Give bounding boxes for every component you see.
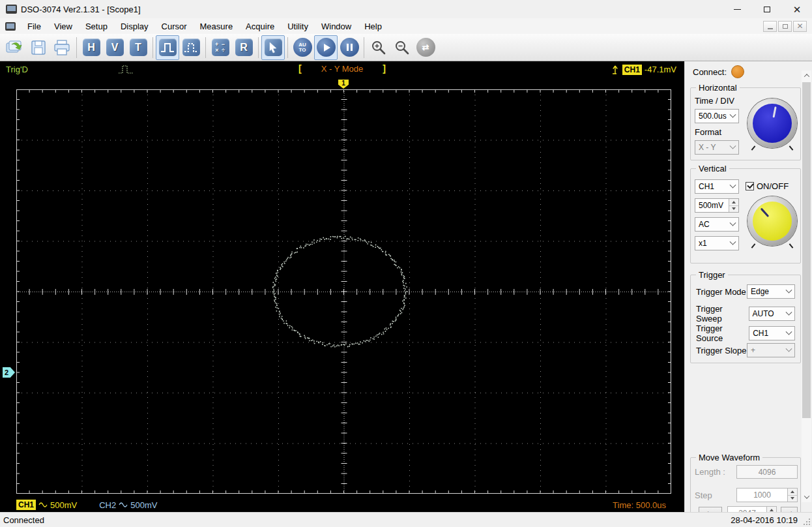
ch2-ac-icon bbox=[119, 502, 128, 508]
pause-button[interactable] bbox=[338, 35, 361, 60]
pulse-icon bbox=[159, 38, 177, 56]
mdi-restore-button[interactable] bbox=[778, 21, 792, 32]
save-icon bbox=[30, 39, 47, 56]
time-div-select[interactable]: 500.0us bbox=[695, 109, 739, 123]
mdi-close-button[interactable]: ✕ bbox=[793, 21, 807, 32]
toolbar-separator bbox=[258, 37, 259, 58]
scroll-thumb[interactable] bbox=[802, 82, 811, 418]
print-button[interactable] bbox=[50, 35, 74, 60]
go-last-button[interactable]: >| bbox=[781, 507, 798, 512]
channel-onoff[interactable]: ON/OFF bbox=[746, 181, 789, 191]
pulse-pass-fail-button[interactable] bbox=[179, 35, 203, 60]
scope-region: Trig'D [ X - Y Mode ] CH1 -47.1mV 1 2 bbox=[0, 61, 684, 512]
trigger-group: Trigger Trigger Mode Edge Trigger Sweep … bbox=[690, 275, 801, 363]
spin-up[interactable] bbox=[788, 489, 797, 495]
volt-scale-spinner[interactable]: 500mV bbox=[695, 198, 739, 213]
resize-grip[interactable] bbox=[803, 518, 811, 526]
chevron-down-icon bbox=[730, 238, 736, 245]
step-spinner[interactable]: 1000 bbox=[736, 488, 798, 502]
auto-setup-icon: AUTO bbox=[293, 38, 312, 57]
menu-acquire[interactable]: Acquire bbox=[239, 20, 281, 33]
maximize-button[interactable] bbox=[752, 0, 782, 18]
zoom-in-button[interactable] bbox=[367, 35, 390, 60]
auto-setup-button[interactable]: AUTO bbox=[291, 35, 314, 60]
probe-select[interactable]: x1 bbox=[695, 236, 739, 250]
menu-help[interactable]: Help bbox=[358, 20, 388, 33]
cursor-button[interactable] bbox=[261, 35, 285, 60]
channel-select[interactable]: CH1 bbox=[695, 179, 739, 194]
spin-up[interactable] bbox=[729, 199, 738, 205]
spin-down[interactable] bbox=[729, 205, 738, 213]
mdi-minimize-icon bbox=[768, 28, 773, 29]
ch1-chip: CH1 bbox=[16, 500, 36, 510]
vertical-knob[interactable] bbox=[747, 196, 797, 246]
ch2-label: CH2 bbox=[99, 500, 116, 510]
format-label: Format bbox=[695, 127, 721, 137]
mdi-close-icon: ✕ bbox=[796, 22, 803, 30]
onoff-checkbox[interactable] bbox=[746, 182, 754, 190]
toolbar: H V T + −× ÷ R AU bbox=[0, 34, 812, 61]
scope-graticule[interactable] bbox=[16, 89, 671, 494]
connect-indicator[interactable] bbox=[731, 65, 744, 78]
load-button[interactable] bbox=[3, 35, 27, 60]
coupling-select[interactable]: AC bbox=[695, 217, 739, 232]
math-button[interactable]: + −× ÷ bbox=[209, 35, 232, 60]
position-spinner[interactable]: 2047 bbox=[727, 506, 777, 512]
mdi-minimize-button[interactable] bbox=[763, 21, 777, 32]
trigger-slope-select[interactable]: + bbox=[747, 343, 795, 357]
menu-file[interactable]: File bbox=[21, 20, 48, 33]
go-first-button[interactable]: |< bbox=[699, 507, 722, 512]
vertical-settings-button[interactable]: V bbox=[103, 35, 126, 60]
toolbar-separator bbox=[205, 37, 206, 58]
scope-document-icon[interactable] bbox=[5, 22, 16, 31]
time-div-label: Time / DIV bbox=[695, 96, 734, 106]
trigger-settings-button[interactable]: T bbox=[126, 35, 150, 60]
horizontal-knob[interactable] bbox=[747, 98, 797, 148]
move-waveform-group: Move Waveform Length : 4096 Step 1000 |<… bbox=[690, 457, 801, 512]
chevron-down-icon bbox=[730, 142, 736, 149]
menu-view[interactable]: View bbox=[48, 20, 79, 33]
toolbar-separator bbox=[152, 37, 153, 58]
toolbar-separator bbox=[287, 37, 288, 58]
close-button[interactable]: ✕ bbox=[782, 0, 812, 18]
chevron-down-icon bbox=[786, 286, 792, 293]
vertical-group-title: Vertical bbox=[696, 164, 729, 173]
chevron-down-icon bbox=[786, 309, 792, 315]
zoom-out-icon bbox=[394, 39, 411, 56]
vertical-group: Vertical CH1 ON/OFF 500mV AC x1 bbox=[690, 168, 801, 264]
ch2-readout[interactable]: CH2 500mV bbox=[99, 500, 157, 510]
minimize-button[interactable] bbox=[722, 0, 752, 18]
zoom-out-button[interactable] bbox=[390, 35, 414, 60]
play-icon bbox=[317, 38, 336, 57]
trigger-source-select[interactable]: CH1 bbox=[749, 326, 795, 340]
toolbar-separator bbox=[364, 37, 364, 58]
trigger-mode-select[interactable]: Edge bbox=[747, 284, 795, 299]
horizontal-settings-button[interactable]: H bbox=[80, 35, 103, 60]
format-select[interactable]: X - Y bbox=[695, 140, 739, 155]
scope-status-bar: Trig'D [ X - Y Mode ] CH1 -47.1mV bbox=[0, 61, 684, 79]
spin-down[interactable] bbox=[788, 495, 797, 502]
ch2-level-marker[interactable]: 2 bbox=[3, 367, 15, 378]
menu-display[interactable]: Display bbox=[114, 20, 155, 33]
spin-up[interactable] bbox=[767, 507, 776, 512]
menu-setup[interactable]: Setup bbox=[79, 20, 114, 33]
length-field: 4096 bbox=[736, 465, 798, 479]
chevron-down-icon bbox=[730, 111, 736, 117]
mode-bracket-right: ] bbox=[383, 63, 386, 74]
panel-scrollbar[interactable] bbox=[802, 70, 811, 502]
menu-measure[interactable]: Measure bbox=[194, 20, 240, 33]
menu-utility[interactable]: Utility bbox=[281, 20, 315, 33]
ch1-readout[interactable]: CH1 500mV bbox=[16, 500, 77, 510]
trigger-position-marker[interactable]: 1 bbox=[338, 80, 349, 89]
scroll-down-arrow[interactable] bbox=[802, 492, 811, 502]
run-button[interactable] bbox=[314, 35, 338, 60]
menu-window[interactable]: Window bbox=[315, 20, 358, 33]
pulse-trigger-button[interactable] bbox=[156, 35, 179, 60]
menu-cursor[interactable]: Cursor bbox=[155, 20, 194, 33]
time-readout: Time: 500.0us bbox=[613, 500, 666, 510]
reference-button[interactable]: R bbox=[232, 35, 255, 60]
horizontal-group: Horizontal Time / DIV 500.0us Format X -… bbox=[690, 87, 801, 160]
save-button[interactable] bbox=[27, 35, 50, 60]
trigger-sweep-select[interactable]: AUTO bbox=[749, 307, 795, 321]
scroll-up-arrow[interactable] bbox=[802, 70, 811, 81]
